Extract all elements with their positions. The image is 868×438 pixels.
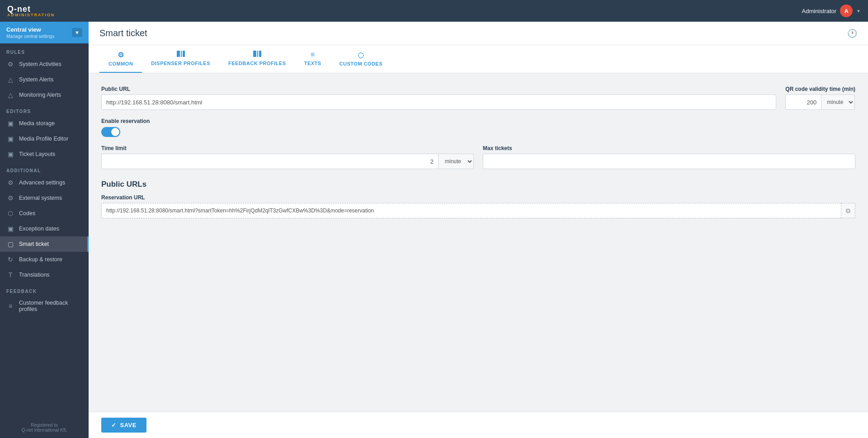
section-rules-label: RULES (0, 43, 89, 57)
logo-text: Q-net (7, 5, 55, 13)
sidebar-item-label: Exception dates (19, 226, 59, 232)
page-title: Smart ticket (99, 28, 147, 38)
sidebar-item-exception-dates[interactable]: ▣ Exception dates (0, 221, 89, 236)
sidebar-item-ticket-layouts[interactable]: ▣ Ticket Layouts (0, 146, 89, 162)
enable-reservation-label: Enable reservation (101, 118, 855, 124)
media-storage-icon: ▣ (6, 120, 14, 127)
sidebar-item-smart-ticket[interactable]: ▢ Smart ticket (0, 236, 89, 252)
copy-url-button[interactable]: ⧉ (841, 203, 855, 218)
common-tab-label: COMMON (108, 61, 133, 66)
time-limit-row: Time limit minute hour day Max tickets (101, 145, 855, 169)
sidebar-item-system-alerts[interactable]: △ System Alerts (0, 72, 89, 87)
sidebar-item-label: Media Profile Editor (19, 136, 68, 142)
smart-ticket-icon: ▢ (6, 240, 14, 248)
texts-tab-icon: ≡ (311, 51, 315, 59)
sidebar-item-label: Monitoring Alerts (19, 92, 61, 98)
sidebar-item-label: Media storage (19, 120, 55, 127)
custom-codes-tab-icon: ◌ (358, 51, 364, 59)
ticket-layouts-icon: ▣ (6, 151, 14, 158)
tab-common[interactable]: ⚙ COMMON (99, 45, 142, 73)
save-label: SAVE (120, 422, 137, 429)
monitoring-alerts-icon: △ (6, 91, 14, 99)
tabs-bar: ⚙ COMMON DISPENSER PROFILES FEEDBACK PRO… (89, 45, 868, 73)
max-tickets-input[interactable] (483, 154, 855, 169)
tab-dispenser-profiles[interactable]: DISPENSER PROFILES (142, 45, 219, 73)
enable-reservation-field: Enable reservation (101, 118, 855, 137)
avatar: A (840, 5, 853, 17)
public-url-row: Public URL QR code validity time (min) m… (101, 86, 855, 110)
public-url-field: Public URL (101, 86, 776, 110)
save-bar: ✓ SAVE (89, 412, 868, 438)
exception-dates-icon: ▣ (6, 225, 14, 232)
central-view-sub: Manage central settings (6, 34, 54, 39)
sidebar-item-label: Customer feedback profiles (19, 300, 82, 312)
backup-restore-icon: ↻ (6, 256, 14, 263)
section-additional-label: ADDITIONAL (0, 162, 89, 175)
tab-custom-codes[interactable]: ◌ CUSTOM CODES (330, 45, 392, 73)
max-tickets-field: Max tickets (483, 145, 855, 169)
sidebar-item-label: Backup & restore (19, 256, 62, 263)
sidebar-item-label: External systems (19, 195, 62, 201)
sidebar-item-media-storage[interactable]: ▣ Media storage (0, 116, 89, 131)
sidebar-item-central-view[interactable]: Central view Manage central settings ▼ (0, 22, 89, 43)
main-header: Smart ticket 🕐 (89, 22, 868, 45)
sidebar-footer: Registered to Q-net International Kft. (0, 417, 89, 438)
section-feedback-label: FEEDBACK (0, 283, 89, 296)
svg-rect-4 (257, 51, 258, 57)
public-url-input[interactable] (101, 94, 776, 110)
qr-validity-input-row: minute hour (785, 94, 855, 110)
main-content: Smart ticket 🕐 ⚙ COMMON DISPENSER PROFIL… (89, 22, 868, 438)
svg-rect-3 (253, 51, 256, 57)
sidebar-item-monitoring-alerts[interactable]: △ Monitoring Alerts (0, 87, 89, 103)
time-limit-input[interactable] (101, 154, 439, 169)
sidebar-item-label: System Activities (19, 61, 61, 67)
public-url-label: Public URL (101, 86, 776, 92)
sidebar-item-label: Codes (19, 210, 35, 217)
svg-rect-0 (177, 51, 180, 57)
dispenser-tab-icon (177, 51, 185, 59)
reservation-url-label: Reservation URL (101, 194, 855, 201)
translations-icon: T (6, 271, 14, 278)
svg-rect-2 (183, 51, 185, 57)
enable-reservation-toggle[interactable] (101, 127, 120, 137)
user-name: Administrator (802, 8, 837, 14)
feedback-tab-label: FEEDBACK PROFILES (228, 61, 286, 66)
texts-tab-label: TEXTS (304, 61, 321, 66)
sidebar-item-external-systems[interactable]: ⚙ External systems (0, 190, 89, 206)
sidebar-item-advanced-settings[interactable]: ⚙ Advanced settings (0, 175, 89, 190)
sidebar-item-media-profile-editor[interactable]: ▣ Media Profile Editor (0, 131, 89, 146)
media-profile-icon: ▣ (6, 135, 14, 142)
history-icon[interactable]: 🕐 (847, 28, 857, 38)
public-urls-title: Public URLs (101, 180, 855, 189)
sidebar-item-backup-restore[interactable]: ↻ Backup & restore (0, 252, 89, 267)
save-button[interactable]: ✓ SAVE (101, 418, 146, 433)
user-menu[interactable]: Administrator A ▼ (802, 5, 861, 17)
topbar: Q-net ADMINISTRATION Administrator A ▼ (0, 0, 868, 22)
section-editors-label: EDITORS (0, 103, 89, 116)
sidebar-item-customer-feedback[interactable]: ≡ Customer feedback profiles (0, 296, 89, 316)
time-limit-unit-select[interactable]: minute hour day (439, 154, 474, 169)
common-tab-icon: ⚙ (118, 51, 124, 59)
sidebar: Central view Manage central settings ▼ R… (0, 22, 89, 438)
advanced-settings-icon: ⚙ (6, 179, 14, 186)
time-limit-field: Time limit minute hour day (101, 145, 474, 169)
central-view-chevron-icon[interactable]: ▼ (72, 28, 82, 37)
sidebar-item-translations[interactable]: T Translations (0, 267, 89, 283)
svg-rect-5 (259, 51, 261, 57)
qr-validity-field: QR code validity time (min) minute hour (785, 86, 855, 110)
time-limit-input-row: minute hour day (101, 154, 474, 169)
max-tickets-label: Max tickets (483, 145, 855, 151)
tab-feedback-profiles[interactable]: FEEDBACK PROFILES (219, 45, 295, 73)
content-area: Public URL QR code validity time (min) m… (89, 73, 868, 412)
company-label: Q-net International Kft. (6, 428, 82, 433)
sidebar-item-system-activities[interactable]: ⚙ System Activities (0, 57, 89, 72)
qr-validity-unit-select[interactable]: minute hour (821, 94, 855, 110)
reservation-url-input[interactable] (101, 203, 841, 218)
qr-validity-input[interactable] (785, 94, 821, 110)
sidebar-item-codes[interactable]: ⬡ Codes (0, 206, 89, 221)
central-view-label: Central view (6, 26, 54, 33)
custom-codes-tab-label: CUSTOM CODES (340, 61, 383, 66)
external-systems-icon: ⚙ (6, 194, 14, 202)
public-urls-section: Public URLs Reservation URL ⧉ (101, 180, 855, 218)
tab-texts[interactable]: ≡ TEXTS (295, 45, 330, 73)
